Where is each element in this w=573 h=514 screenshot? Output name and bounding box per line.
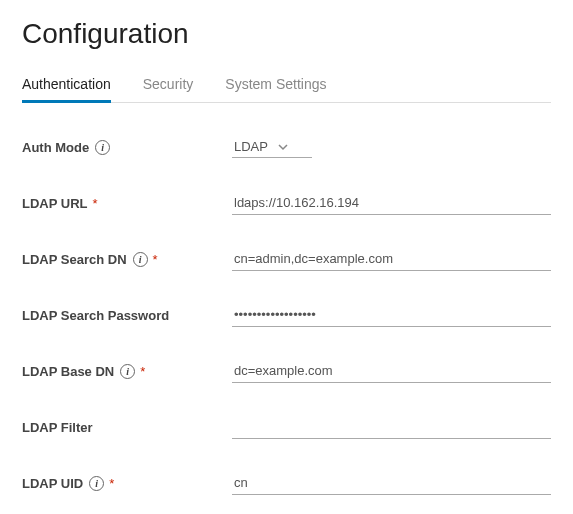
row-ldap-search-dn: LDAP Search DN i * [22,245,551,273]
required-marker: * [153,252,158,267]
ldap-filter-input[interactable] [232,415,551,439]
required-marker: * [140,364,145,379]
info-icon[interactable]: i [95,140,110,155]
label-ldap-uid: LDAP UID i * [22,476,232,491]
label-ldap-base-dn: LDAP Base DN i * [22,364,232,379]
ldap-uid-input[interactable] [232,471,551,495]
label-text-ldap-search-dn: LDAP Search DN [22,252,127,267]
required-marker: * [92,196,97,211]
label-text-ldap-url: LDAP URL [22,196,87,211]
page-title: Configuration [22,18,551,50]
row-ldap-url: LDAP URL * [22,189,551,217]
label-ldap-url: LDAP URL * [22,196,232,211]
tab-system-settings[interactable]: System Settings [225,68,326,103]
auth-mode-select[interactable]: LDAP [232,136,312,158]
ldap-url-input[interactable] [232,191,551,215]
ldap-search-dn-input[interactable] [232,247,551,271]
label-ldap-filter: LDAP Filter [22,420,232,435]
label-text-ldap-base-dn: LDAP Base DN [22,364,114,379]
row-ldap-base-dn: LDAP Base DN i * [22,357,551,385]
tab-security[interactable]: Security [143,68,194,103]
row-auth-mode: Auth Mode i LDAP [22,133,551,161]
label-text-ldap-uid: LDAP UID [22,476,83,491]
auth-mode-value: LDAP [234,139,268,154]
row-ldap-search-password: LDAP Search Password [22,301,551,329]
row-ldap-filter: LDAP Filter [22,413,551,441]
label-auth-mode: Auth Mode i [22,140,232,155]
row-ldap-uid: LDAP UID i * [22,469,551,497]
label-ldap-search-dn: LDAP Search DN i * [22,252,232,267]
tabs: Authentication Security System Settings [22,68,551,103]
label-ldap-search-password: LDAP Search Password [22,308,232,323]
chevron-down-icon [278,142,288,152]
required-marker: * [109,476,114,491]
ldap-search-password-input[interactable] [232,303,551,327]
label-text-ldap-filter: LDAP Filter [22,420,93,435]
info-icon[interactable]: i [133,252,148,267]
label-text-ldap-search-password: LDAP Search Password [22,308,169,323]
tab-authentication[interactable]: Authentication [22,68,111,103]
info-icon[interactable]: i [120,364,135,379]
ldap-base-dn-input[interactable] [232,359,551,383]
label-text-auth-mode: Auth Mode [22,140,89,155]
info-icon[interactable]: i [89,476,104,491]
